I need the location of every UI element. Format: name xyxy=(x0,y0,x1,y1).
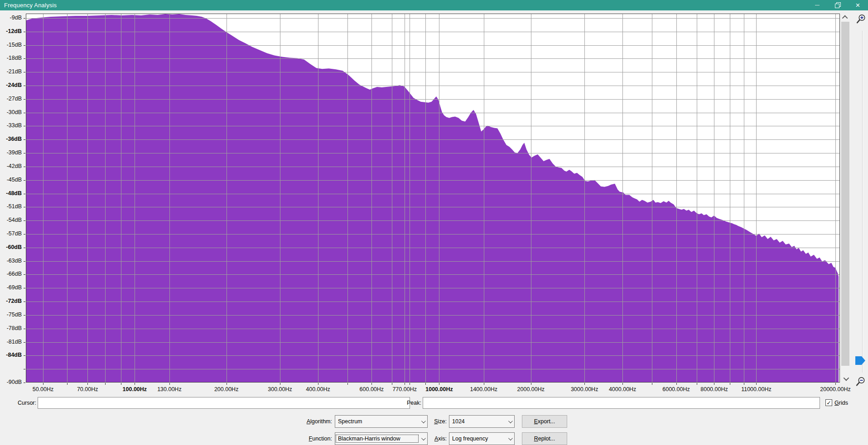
axis-selected-value: Log frequency xyxy=(450,435,505,442)
scrollbar-thumb[interactable] xyxy=(841,22,849,366)
restore-button[interactable] xyxy=(827,0,848,10)
y-axis-label: -30dB xyxy=(7,109,22,116)
restore-icon xyxy=(835,3,839,7)
zoom-slider-groove[interactable] xyxy=(862,31,863,373)
y-axis-tick xyxy=(24,180,25,181)
scrollbar-up-button[interactable] xyxy=(841,14,850,21)
zoom-slider-rail xyxy=(852,14,868,389)
y-axis-label: -45dB xyxy=(7,177,22,183)
chevron-down-icon xyxy=(843,375,849,381)
x-axis-tick xyxy=(121,383,121,385)
y-axis-tick xyxy=(24,58,25,59)
algorithm-combobox[interactable]: Spectrum xyxy=(335,415,428,428)
y-axis-label: -36dB xyxy=(6,136,22,143)
y-axis-label: -15dB xyxy=(7,42,22,48)
axis-label: Axis: xyxy=(430,435,447,442)
x-axis-tick xyxy=(744,383,744,385)
x-axis-tick xyxy=(405,383,405,385)
window-controls: × xyxy=(807,0,868,10)
axis-dropdown-button[interactable] xyxy=(505,437,514,440)
close-button[interactable]: × xyxy=(848,0,868,10)
x-axis-tick xyxy=(756,383,757,385)
algorithm-dropdown-button[interactable] xyxy=(418,420,427,423)
x-axis-label: 130.00Hz xyxy=(157,386,182,392)
algorithm-label: Algorithm: xyxy=(294,418,332,425)
y-axis-label: -54dB xyxy=(7,217,22,224)
x-axis-label: 2000.00Hz xyxy=(517,386,545,392)
zoom-out-icon[interactable] xyxy=(855,376,866,388)
y-axis-label: -24dB xyxy=(6,82,22,89)
y-axis-label: -63dB xyxy=(7,258,22,264)
x-axis-tick xyxy=(622,383,623,385)
x-axis-tick xyxy=(227,383,227,385)
x-axis-tick xyxy=(43,383,43,385)
replot-button[interactable]: Replot... xyxy=(522,432,567,445)
close-icon: × xyxy=(856,1,860,9)
x-axis-tick xyxy=(135,383,135,385)
y-axis-tick xyxy=(24,18,25,19)
x-axis-tick xyxy=(439,383,439,385)
size-label: Size: xyxy=(430,418,447,425)
x-axis-label: 70.00Hz xyxy=(77,386,98,392)
algorithm-selected-value: Spectrum xyxy=(336,418,418,425)
y-axis-tick xyxy=(24,342,25,343)
peak-value-field[interactable] xyxy=(423,397,820,409)
y-axis-label: -69dB xyxy=(7,284,22,291)
function-dropdown-button[interactable] xyxy=(418,437,427,440)
chevron-down-icon xyxy=(421,419,425,423)
y-axis-tick xyxy=(24,32,25,32)
axis-combobox[interactable]: Log frequency xyxy=(449,432,515,445)
vertical-scrollbar[interactable] xyxy=(841,14,850,383)
y-axis-label: -75dB xyxy=(7,311,22,318)
y-axis-tick xyxy=(24,113,25,113)
x-axis-label: 400.00Hz xyxy=(306,386,330,392)
minimize-button[interactable] xyxy=(807,0,827,10)
y-axis-tick xyxy=(24,126,25,126)
x-axis-tick xyxy=(584,383,585,385)
y-axis-label: -27dB xyxy=(7,96,22,102)
x-axis-label: 20000.00Hz xyxy=(820,386,850,392)
chevron-up-icon xyxy=(842,15,848,21)
x-axis-label: 3000.00Hz xyxy=(571,386,598,392)
x-axis-tick xyxy=(280,383,280,385)
x-axis-label: 1400.00Hz xyxy=(470,386,497,392)
y-axis-label: -81dB xyxy=(7,339,22,345)
function-combobox[interactable]: Blackman-Harris window xyxy=(335,432,428,445)
grids-checkbox-label[interactable]: Grids xyxy=(834,400,848,406)
y-axis-tick xyxy=(24,194,25,194)
x-axis-tick xyxy=(105,383,106,385)
function-selected-value: Blackman-Harris window xyxy=(336,435,418,442)
y-axis-label: -48dB xyxy=(6,190,22,197)
spectrum-plot[interactable] xyxy=(26,14,840,383)
x-axis-tick xyxy=(714,383,714,385)
y-axis-tick xyxy=(24,45,25,46)
x-axis-label: 4000.00Hz xyxy=(609,386,636,392)
spectrum-area-chart[interactable] xyxy=(26,14,840,383)
zoom-slider-thumb[interactable] xyxy=(855,356,865,365)
y-axis-label: -60dB xyxy=(6,244,22,251)
checkmark-icon: ✓ xyxy=(826,400,831,406)
y-axis-label: -66dB xyxy=(7,271,22,278)
x-axis-label: 11000.00Hz xyxy=(741,386,772,392)
y-axis-tick xyxy=(24,301,25,302)
y-axis-tick xyxy=(24,288,25,288)
y-axis-tick xyxy=(24,383,25,383)
export-button[interactable]: Export... xyxy=(522,415,567,428)
cursor-value-field[interactable] xyxy=(38,397,410,409)
x-axis-label: 200.00Hz xyxy=(214,386,239,392)
size-combobox[interactable]: 1024 xyxy=(449,415,515,428)
x-axis-tick xyxy=(484,383,484,385)
x-axis-tick xyxy=(531,383,531,385)
grids-checkbox[interactable]: ✓ xyxy=(825,399,832,406)
frequency-analysis-window: { "window": { "title": "Frequency Analys… xyxy=(0,0,868,445)
zoom-in-icon[interactable] xyxy=(856,14,867,25)
title-bar[interactable]: Frequency Analysis × xyxy=(0,0,868,10)
scrollbar-down-button[interactable] xyxy=(841,375,850,383)
x-axis-tick xyxy=(392,383,392,385)
size-dropdown-button[interactable] xyxy=(505,420,514,423)
y-axis-tick xyxy=(24,355,25,356)
y-axis-tick xyxy=(24,153,25,153)
y-axis-db-ruler: -9dB-12dB-15dB-18dB-21dB-24dB-27dB-30dB-… xyxy=(0,14,26,383)
y-axis-label: -12dB xyxy=(6,28,22,35)
y-axis-tick xyxy=(24,248,25,248)
